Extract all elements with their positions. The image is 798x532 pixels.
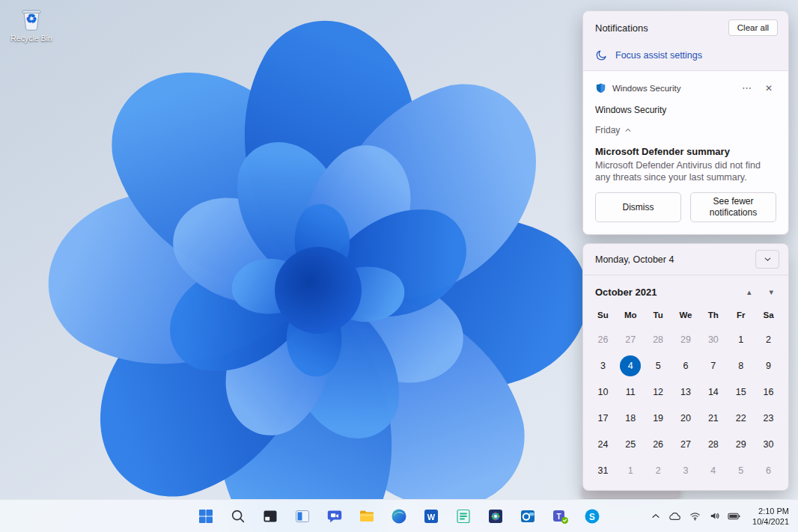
- calendar-day[interactable]: 29: [727, 431, 755, 457]
- calendar-day[interactable]: 9: [755, 352, 782, 379]
- calendar-day[interactable]: 23: [755, 405, 782, 431]
- calendar-day[interactable]: 6: [755, 457, 782, 483]
- calendar-day[interactable]: 28: [699, 431, 727, 457]
- calendar-collapse-button[interactable]: [755, 250, 779, 269]
- focus-assist-moon-icon: [595, 49, 608, 61]
- notification-card-header: Windows Security ⋯ ✕: [595, 79, 776, 105]
- calendar-day-selected[interactable]: 4: [617, 352, 645, 379]
- calendar-day[interactable]: 10: [589, 379, 617, 405]
- notes-icon[interactable]: [448, 501, 478, 531]
- calendar-day[interactable]: 6: [672, 352, 700, 379]
- calendar-day[interactable]: 7: [699, 352, 727, 379]
- calendar-header: Monday, October 4: [583, 244, 788, 275]
- calendar-day[interactable]: 27: [672, 431, 700, 457]
- dismiss-button[interactable]: Dismiss: [595, 192, 681, 222]
- calendar-day[interactable]: 16: [755, 379, 782, 405]
- notification-app-name: Windows Security: [612, 84, 732, 93]
- outlook-icon[interactable]: [513, 501, 543, 531]
- close-notification-icon[interactable]: ✕: [761, 82, 776, 94]
- calendar-day[interactable]: 26: [645, 431, 672, 457]
- onedrive-icon[interactable]: [665, 503, 685, 530]
- calendar-day-header: Mo: [617, 303, 645, 326]
- taskbar: WTS 2:10 PM 10/4/2021: [0, 499, 798, 532]
- notification-actions: Dismiss See fewer notifications: [595, 192, 776, 222]
- notification-body: Microsoft Defender Antivirus did not fin…: [595, 159, 776, 184]
- battery-icon[interactable]: [724, 503, 743, 530]
- svg-text:S: S: [589, 512, 595, 522]
- calendar-day[interactable]: 17: [589, 405, 617, 431]
- calendar-day[interactable]: 20: [672, 405, 700, 431]
- calendar-day[interactable]: 29: [672, 326, 700, 352]
- edge-icon[interactable]: [384, 501, 414, 531]
- calendar-date-label: Monday, October 4: [595, 254, 674, 265]
- clear-all-button[interactable]: Clear all: [728, 19, 778, 36]
- calendar-day[interactable]: 19: [645, 405, 672, 431]
- calendar-day[interactable]: 27: [617, 326, 645, 352]
- svg-text:W: W: [427, 513, 436, 522]
- calendar-day-headers: SuMoTuWeThFrSa: [589, 303, 782, 326]
- calendar-day[interactable]: 24: [589, 431, 617, 457]
- calendar-day[interactable]: 18: [617, 405, 645, 431]
- calendar-day[interactable]: 31: [589, 457, 617, 483]
- chevron-up-icon: [624, 126, 632, 134]
- notification-card: Windows Security ⋯ ✕ Windows Security Fr…: [583, 71, 788, 234]
- calendar-day[interactable]: 1: [617, 457, 645, 483]
- notification-title: Microsoft Defender summary: [595, 146, 776, 157]
- calendar-day[interactable]: 14: [699, 379, 727, 405]
- skype-icon[interactable]: S: [577, 501, 607, 531]
- taskbar-clock[interactable]: 2:10 PM 10/4/2021: [749, 504, 794, 529]
- photos-icon[interactable]: [481, 501, 511, 531]
- focus-assist-settings-link[interactable]: Focus assist settings: [583, 42, 788, 71]
- calendar-day[interactable]: 11: [617, 379, 645, 405]
- calendar-day[interactable]: 28: [645, 326, 672, 352]
- calendar-day[interactable]: 4: [699, 457, 727, 483]
- task-view-icon[interactable]: [255, 501, 285, 531]
- recycle-bin-label: Recycle Bin: [10, 34, 52, 43]
- calendar-day[interactable]: 22: [727, 405, 755, 431]
- wifi-icon[interactable]: [685, 503, 704, 530]
- calendar-day[interactable]: 12: [645, 379, 672, 405]
- calendar-day[interactable]: 5: [645, 352, 672, 379]
- widgets-icon[interactable]: [287, 501, 317, 531]
- calendar-day[interactable]: 21: [699, 405, 727, 431]
- word-icon[interactable]: W: [416, 501, 446, 531]
- recycle-bin[interactable]: ♻ Recycle Bin: [4, 6, 58, 43]
- calendar-month-row: October 2021 ▴ ▾: [583, 275, 788, 302]
- calendar-day[interactable]: 2: [755, 326, 782, 352]
- calendar-day[interactable]: 2: [645, 457, 672, 483]
- calendar-day[interactable]: 26: [589, 326, 617, 352]
- calendar-day-header: Sa: [755, 303, 782, 326]
- chat-icon[interactable]: [320, 501, 350, 531]
- calendar-day[interactable]: 8: [727, 352, 755, 379]
- volume-icon[interactable]: [704, 503, 724, 530]
- teams-icon[interactable]: T: [545, 501, 575, 531]
- file-explorer-icon[interactable]: [352, 501, 382, 531]
- notification-group-toggle[interactable]: Friday: [595, 125, 776, 135]
- svg-text:T: T: [556, 513, 561, 521]
- calendar-day[interactable]: 3: [672, 457, 700, 483]
- calendar-day[interactable]: 13: [672, 379, 700, 405]
- calendar-month-label[interactable]: October 2021: [595, 287, 657, 298]
- calendar-day[interactable]: 15: [727, 379, 755, 405]
- calendar-flyout: Monday, October 4 October 2021 ▴ ▾ SuMoT…: [582, 243, 789, 491]
- calendar-day[interactable]: 30: [699, 326, 727, 352]
- calendar-day[interactable]: 30: [755, 431, 782, 457]
- taskbar-tray-icons: [646, 503, 743, 530]
- calendar-day-header: Fr: [727, 303, 755, 326]
- chevron-down-icon: [764, 255, 772, 263]
- calendar-day[interactable]: 5: [727, 457, 755, 483]
- more-options-icon[interactable]: ⋯: [738, 82, 755, 94]
- search-icon[interactable]: [223, 501, 253, 531]
- notifications-flyout: Notifications Clear all Focus assist set…: [582, 10, 789, 235]
- chevron-up-icon[interactable]: [646, 503, 665, 530]
- calendar-day[interactable]: 3: [589, 352, 617, 379]
- calendar-day[interactable]: 25: [617, 431, 645, 457]
- calendar-next-month-icon[interactable]: ▾: [767, 286, 775, 299]
- calendar-grid: 2627282930123456789101112131415161718192…: [589, 326, 782, 483]
- calendar-day[interactable]: 1: [727, 326, 755, 352]
- start-icon[interactable]: [191, 501, 221, 531]
- calendar-day-header: We: [672, 303, 700, 326]
- see-fewer-notifications-button[interactable]: See fewer notifications: [690, 192, 776, 222]
- notifications-header: Notifications Clear all: [583, 11, 788, 42]
- calendar-prev-month-icon[interactable]: ▴: [746, 286, 753, 299]
